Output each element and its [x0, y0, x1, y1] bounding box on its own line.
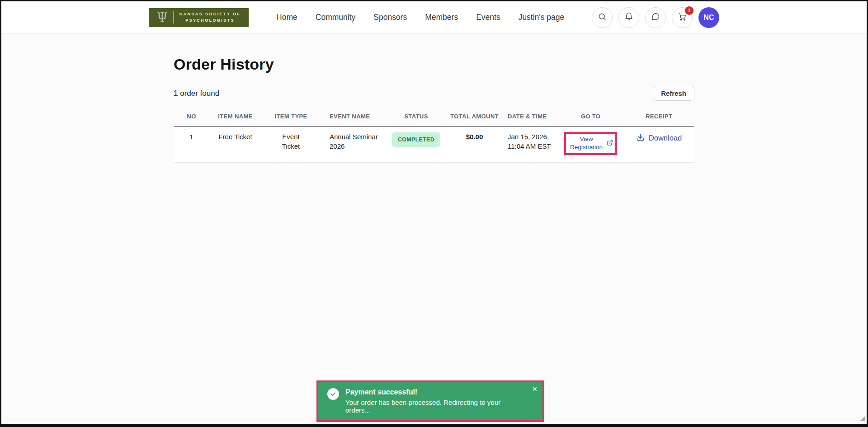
cart-button[interactable]: 1: [672, 7, 693, 28]
check-circle-icon: [327, 388, 339, 400]
nav-actions: 1 NC: [592, 7, 719, 28]
cell-item-type: Event Ticket: [261, 132, 321, 152]
count-row: 1 order found Refresh: [174, 86, 694, 101]
nav-link-sponsors[interactable]: Sponsors: [373, 13, 407, 22]
cell-no: 1: [174, 132, 209, 142]
toast-title: Payment successful!: [345, 388, 527, 396]
toast-text: Payment successful! Your order has been …: [345, 388, 527, 414]
page-root: Ψ KANSAS SOCIETY OF PSYCHOLOGISTS Home C…: [0, 0, 868, 427]
header-date-time: DATE & TIME: [501, 113, 558, 121]
header-go-to: GO TO: [558, 113, 623, 121]
download-link[interactable]: Download: [649, 133, 682, 144]
external-link-icon: [607, 139, 613, 149]
cell-event-name: Annual Seminar 2026: [321, 132, 384, 152]
table-row: 1 Free Ticket Event Ticket Annual Semina…: [174, 127, 694, 163]
header-item-name: ITEM NAME: [209, 113, 261, 121]
page-title: Order History: [174, 56, 694, 73]
logo-line1: KANSAS SOCIETY OF: [179, 12, 241, 16]
header-event-name: EVENT NAME: [321, 113, 384, 121]
psi-logo-icon: Ψ: [157, 11, 168, 23]
top-navigation: Ψ KANSAS SOCIETY OF PSYCHOLOGISTS Home C…: [1, 1, 867, 34]
bell-icon: [624, 12, 633, 23]
close-icon[interactable]: ✕: [532, 385, 538, 392]
view-registration-highlight-box[interactable]: View Registration: [564, 132, 617, 155]
cell-total-amount: $0.00: [448, 132, 501, 142]
logo-line2: PSYCHOLOGISTS: [185, 18, 235, 23]
cell-go-to: View Registration: [558, 132, 623, 155]
header-status: STATUS: [384, 113, 448, 121]
cell-status: COMPLETED: [384, 132, 448, 147]
notifications-button[interactable]: [618, 7, 639, 28]
view-registration-link[interactable]: View Registration: [568, 135, 604, 152]
header-total-amount: TOTAL AMOUNT: [448, 113, 501, 121]
header-item-type: ITEM TYPE: [261, 113, 321, 121]
refresh-button[interactable]: Refresh: [653, 86, 694, 101]
nav-link-members[interactable]: Members: [425, 13, 458, 22]
cart-count-badge: 1: [685, 6, 693, 15]
header-receipt: RECEIPT: [623, 113, 694, 121]
site-logo[interactable]: Ψ KANSAS SOCIETY OF PSYCHOLOGISTS: [149, 8, 249, 27]
nav-link-justins-page[interactable]: Justin's page: [519, 13, 565, 22]
table-header-row: NO ITEM NAME ITEM TYPE EVENT NAME STATUS…: [174, 111, 694, 127]
chat-icon: [651, 12, 660, 23]
cell-item-name: Free Ticket: [209, 132, 261, 142]
nav-links: Home Community Sponsors Members Events J…: [249, 13, 592, 22]
cell-receipt[interactable]: Download: [623, 132, 694, 144]
cell-date-time: Jan 15, 2026, 11:04 AM EST: [501, 132, 558, 152]
resize-handle[interactable]: [860, 416, 865, 421]
payment-success-toast: Payment successful! Your order has been …: [316, 380, 544, 422]
cart-icon: [678, 12, 687, 23]
nav-link-community[interactable]: Community: [316, 13, 356, 22]
search-icon: [598, 12, 607, 23]
nav-link-events[interactable]: Events: [476, 13, 500, 22]
messages-button[interactable]: [645, 7, 666, 28]
logo-text: KANSAS SOCIETY OF PSYCHOLOGISTS: [179, 11, 241, 23]
download-icon: [636, 133, 645, 144]
order-history-table: NO ITEM NAME ITEM TYPE EVENT NAME STATUS…: [174, 111, 694, 163]
header-no: NO: [174, 113, 209, 121]
main-content: Order History 1 order found Refresh NO I…: [174, 34, 694, 163]
nav-link-home[interactable]: Home: [276, 13, 297, 22]
search-button[interactable]: [592, 7, 613, 28]
status-badge: COMPLETED: [392, 132, 440, 147]
order-count-text: 1 order found: [174, 89, 219, 98]
toast-message: Your order has been processed. Redirecti…: [345, 399, 527, 414]
avatar[interactable]: NC: [698, 7, 719, 28]
logo-divider: [173, 11, 174, 23]
